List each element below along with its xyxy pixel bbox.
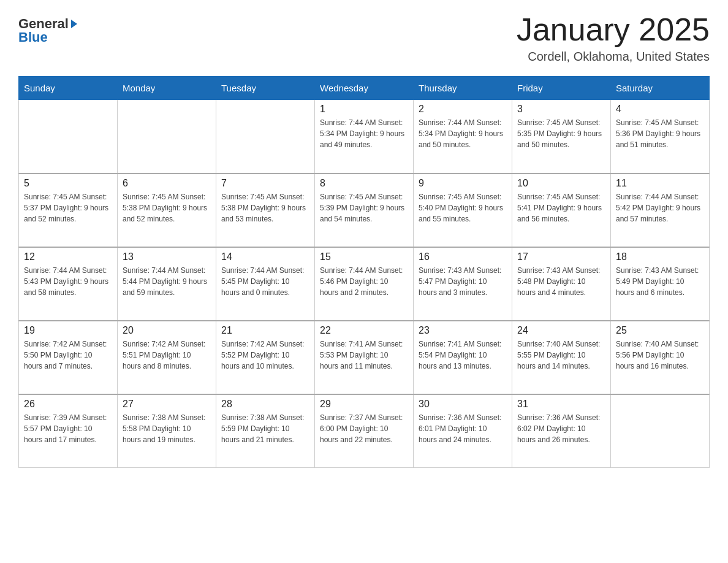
calendar-table: SundayMondayTuesdayWednesdayThursdayFrid… [18,76,710,468]
day-info: Sunrise: 7:42 AM Sunset: 5:50 PM Dayligh… [24,339,112,372]
day-info: Sunrise: 7:38 AM Sunset: 5:59 PM Dayligh… [221,412,309,445]
day-number: 20 [123,325,211,336]
day-info: Sunrise: 7:36 AM Sunset: 6:02 PM Dayligh… [517,412,605,445]
logo: General Blue [18,12,77,44]
day-info: Sunrise: 7:40 AM Sunset: 5:55 PM Dayligh… [517,339,605,372]
day-info: Sunrise: 7:45 AM Sunset: 5:41 PM Dayligh… [517,191,605,224]
calendar-cell: 27Sunrise: 7:38 AM Sunset: 5:58 PM Dayli… [118,394,216,468]
calendar-cell: 30Sunrise: 7:36 AM Sunset: 6:01 PM Dayli… [414,394,512,468]
day-info: Sunrise: 7:44 AM Sunset: 5:43 PM Dayligh… [24,265,112,298]
calendar-cell [118,100,216,174]
col-header-thursday: Thursday [414,77,512,100]
calendar-title: January 2025 [517,12,710,47]
title-block: January 2025 Cordell, Oklahoma, United S… [517,12,710,64]
calendar-cell: 4Sunrise: 7:45 AM Sunset: 5:36 PM Daylig… [611,100,710,174]
day-number: 3 [517,104,605,115]
day-info: Sunrise: 7:38 AM Sunset: 5:58 PM Dayligh… [123,412,211,445]
day-info: Sunrise: 7:43 AM Sunset: 5:47 PM Dayligh… [419,265,507,298]
day-info: Sunrise: 7:44 AM Sunset: 5:42 PM Dayligh… [616,191,704,224]
day-info: Sunrise: 7:45 AM Sunset: 5:36 PM Dayligh… [616,117,704,150]
calendar-cell: 15Sunrise: 7:44 AM Sunset: 5:46 PM Dayli… [315,247,414,321]
calendar-cell [611,394,710,468]
calendar-cell: 1Sunrise: 7:44 AM Sunset: 5:34 PM Daylig… [315,100,414,174]
day-number: 14 [221,251,309,262]
col-header-monday: Monday [118,77,216,100]
calendar-cell: 3Sunrise: 7:45 AM Sunset: 5:35 PM Daylig… [512,100,611,174]
page-header: General Blue January 2025 Cordell, Oklah… [18,12,710,64]
day-number: 12 [24,251,112,262]
calendar-cell: 21Sunrise: 7:42 AM Sunset: 5:52 PM Dayli… [216,321,315,394]
calendar-cell: 9Sunrise: 7:45 AM Sunset: 5:40 PM Daylig… [414,174,512,247]
calendar-cell: 5Sunrise: 7:45 AM Sunset: 5:37 PM Daylig… [19,174,118,247]
day-number: 10 [517,178,605,189]
calendar-week-row: 26Sunrise: 7:39 AM Sunset: 5:57 PM Dayli… [19,394,710,468]
day-info: Sunrise: 7:45 AM Sunset: 5:40 PM Dayligh… [419,191,507,224]
calendar-cell: 10Sunrise: 7:45 AM Sunset: 5:41 PM Dayli… [512,174,611,247]
day-info: Sunrise: 7:42 AM Sunset: 5:52 PM Dayligh… [221,339,309,372]
calendar-header-row: SundayMondayTuesdayWednesdayThursdayFrid… [19,77,710,100]
col-header-tuesday: Tuesday [216,77,315,100]
calendar-week-row: 5Sunrise: 7:45 AM Sunset: 5:37 PM Daylig… [19,174,710,247]
day-number: 23 [419,325,507,336]
calendar-cell: 28Sunrise: 7:38 AM Sunset: 5:59 PM Dayli… [216,394,315,468]
day-info: Sunrise: 7:40 AM Sunset: 5:56 PM Dayligh… [616,339,704,372]
day-number: 7 [221,178,309,189]
day-number: 25 [616,325,704,336]
day-number: 16 [419,251,507,262]
day-info: Sunrise: 7:45 AM Sunset: 5:38 PM Dayligh… [123,191,211,224]
calendar-week-row: 19Sunrise: 7:42 AM Sunset: 5:50 PM Dayli… [19,321,710,394]
day-number: 30 [419,399,507,410]
calendar-cell: 18Sunrise: 7:43 AM Sunset: 5:49 PM Dayli… [611,247,710,321]
day-number: 18 [616,251,704,262]
calendar-week-row: 12Sunrise: 7:44 AM Sunset: 5:43 PM Dayli… [19,247,710,321]
day-info: Sunrise: 7:42 AM Sunset: 5:51 PM Dayligh… [123,339,211,372]
calendar-cell: 31Sunrise: 7:36 AM Sunset: 6:02 PM Dayli… [512,394,611,468]
logo-blue-text: Blue [18,31,48,44]
col-header-friday: Friday [512,77,611,100]
day-info: Sunrise: 7:44 AM Sunset: 5:44 PM Dayligh… [123,265,211,298]
calendar-cell: 25Sunrise: 7:40 AM Sunset: 5:56 PM Dayli… [611,321,710,394]
day-info: Sunrise: 7:43 AM Sunset: 5:49 PM Dayligh… [616,265,704,298]
day-info: Sunrise: 7:43 AM Sunset: 5:48 PM Dayligh… [517,265,605,298]
calendar-cell: 6Sunrise: 7:45 AM Sunset: 5:38 PM Daylig… [118,174,216,247]
calendar-cell: 7Sunrise: 7:45 AM Sunset: 5:38 PM Daylig… [216,174,315,247]
day-number: 2 [419,104,507,115]
day-number: 17 [517,251,605,262]
day-info: Sunrise: 7:37 AM Sunset: 6:00 PM Dayligh… [320,412,408,445]
calendar-cell: 22Sunrise: 7:41 AM Sunset: 5:53 PM Dayli… [315,321,414,394]
day-number: 15 [320,251,408,262]
day-info: Sunrise: 7:44 AM Sunset: 5:46 PM Dayligh… [320,265,408,298]
calendar-cell: 20Sunrise: 7:42 AM Sunset: 5:51 PM Dayli… [118,321,216,394]
day-info: Sunrise: 7:45 AM Sunset: 5:37 PM Dayligh… [24,191,112,224]
day-info: Sunrise: 7:45 AM Sunset: 5:35 PM Dayligh… [517,117,605,150]
day-info: Sunrise: 7:44 AM Sunset: 5:34 PM Dayligh… [419,117,507,150]
logo-arrow-icon [71,20,77,28]
day-number: 24 [517,325,605,336]
day-number: 11 [616,178,704,189]
day-info: Sunrise: 7:45 AM Sunset: 5:39 PM Dayligh… [320,191,408,224]
calendar-cell: 19Sunrise: 7:42 AM Sunset: 5:50 PM Dayli… [19,321,118,394]
calendar-cell: 24Sunrise: 7:40 AM Sunset: 5:55 PM Dayli… [512,321,611,394]
day-info: Sunrise: 7:45 AM Sunset: 5:38 PM Dayligh… [221,191,309,224]
day-info: Sunrise: 7:36 AM Sunset: 6:01 PM Dayligh… [419,412,507,445]
day-number: 29 [320,399,408,410]
calendar-cell: 29Sunrise: 7:37 AM Sunset: 6:00 PM Dayli… [315,394,414,468]
calendar-cell: 8Sunrise: 7:45 AM Sunset: 5:39 PM Daylig… [315,174,414,247]
day-number: 26 [24,399,112,410]
calendar-cell: 13Sunrise: 7:44 AM Sunset: 5:44 PM Dayli… [118,247,216,321]
calendar-cell: 26Sunrise: 7:39 AM Sunset: 5:57 PM Dayli… [19,394,118,468]
day-number: 13 [123,251,211,262]
day-number: 22 [320,325,408,336]
day-number: 1 [320,104,408,115]
col-header-wednesday: Wednesday [315,77,414,100]
calendar-cell: 14Sunrise: 7:44 AM Sunset: 5:45 PM Dayli… [216,247,315,321]
day-number: 4 [616,104,704,115]
calendar-week-row: 1Sunrise: 7:44 AM Sunset: 5:34 PM Daylig… [19,100,710,174]
calendar-subtitle: Cordell, Oklahoma, United States [517,50,710,64]
col-header-sunday: Sunday [19,77,118,100]
day-number: 5 [24,178,112,189]
day-number: 8 [320,178,408,189]
calendar-cell: 12Sunrise: 7:44 AM Sunset: 5:43 PM Dayli… [19,247,118,321]
day-number: 31 [517,399,605,410]
day-number: 27 [123,399,211,410]
